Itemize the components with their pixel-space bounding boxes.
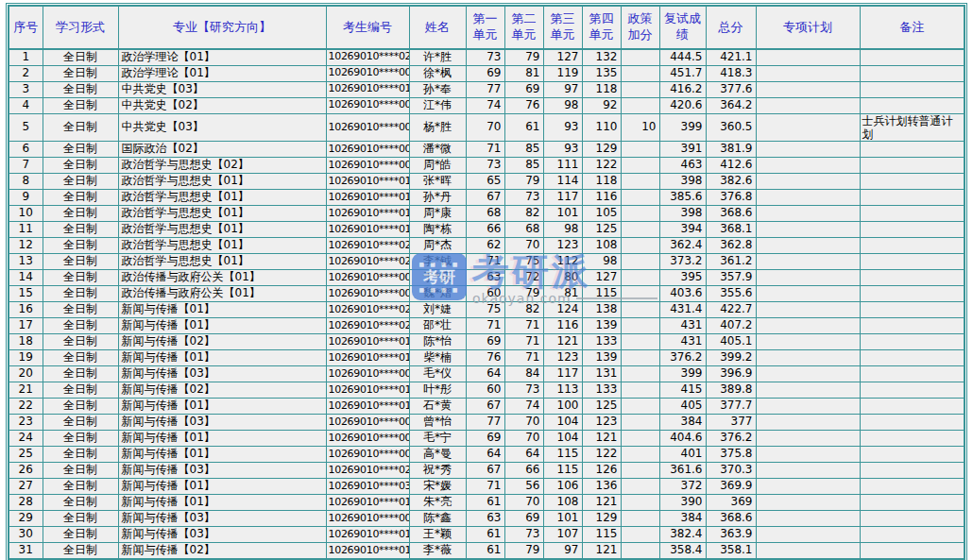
cell-major: 国际政治【02】 bbox=[118, 142, 326, 158]
cell-remark bbox=[860, 527, 964, 543]
cell-name: 周*杰 bbox=[409, 238, 466, 254]
cell-total-score: 364.2 bbox=[706, 97, 756, 113]
cell-study-form: 全日制 bbox=[43, 49, 118, 65]
cell-unit2: 73 bbox=[504, 382, 543, 399]
cell-candidate-no: 10269010****015 bbox=[326, 495, 409, 511]
cell-retest-score: 415 bbox=[659, 382, 706, 399]
cell-policy-bonus bbox=[621, 463, 659, 479]
cell-index: 17 bbox=[9, 318, 43, 334]
cell-unit1: 71 bbox=[466, 318, 504, 334]
cell-unit4: 121 bbox=[582, 431, 621, 447]
cell-retest-score: 394 bbox=[659, 222, 706, 238]
cell-unit2: 71 bbox=[504, 334, 543, 350]
cell-retest-score: 401 bbox=[659, 447, 706, 463]
cell-unit4: 110 bbox=[582, 113, 621, 142]
cell-name: 叶*彤 bbox=[409, 382, 466, 399]
cell-unit2: 85 bbox=[504, 142, 543, 158]
cell-unit2: 82 bbox=[504, 302, 543, 318]
cell-index: 20 bbox=[9, 366, 43, 382]
cell-unit3: 123 bbox=[543, 238, 582, 254]
cell-candidate-no: 10269010****019 bbox=[326, 222, 409, 238]
cell-unit1: 71 bbox=[466, 479, 504, 495]
cell-major: 新闻与传播【03】 bbox=[118, 366, 326, 382]
cell-total-score: 358.1 bbox=[706, 543, 756, 559]
column-header-special-plan: 专项计划 bbox=[756, 6, 860, 49]
cell-remark bbox=[860, 97, 964, 113]
cell-major: 政治哲学与思想史【01】 bbox=[118, 238, 326, 254]
table-row: 5全日制中共党史【03】10269010****002杨*胜7061931101… bbox=[9, 113, 964, 142]
cell-special-plan bbox=[756, 49, 860, 65]
cell-special-plan bbox=[756, 415, 860, 431]
cell-unit3: 100 bbox=[543, 399, 582, 415]
cell-major: 新闻与传播【01】 bbox=[118, 431, 326, 447]
cell-total-score: 396.9 bbox=[706, 366, 756, 382]
cell-unit3: 117 bbox=[543, 190, 582, 206]
cell-unit4: 132 bbox=[582, 49, 621, 65]
cell-special-plan bbox=[756, 366, 860, 382]
cell-unit2: 70 bbox=[504, 238, 543, 254]
cell-candidate-no: 10269010****008 bbox=[326, 65, 409, 81]
cell-index: 3 bbox=[9, 81, 43, 97]
cell-study-form: 全日制 bbox=[43, 142, 118, 158]
cell-unit4: 92 bbox=[582, 97, 621, 113]
cell-study-form: 全日制 bbox=[43, 97, 118, 113]
cell-unit1: 64 bbox=[466, 447, 504, 463]
cell-policy-bonus bbox=[621, 366, 659, 382]
cell-study-form: 全日制 bbox=[43, 174, 118, 190]
table-row: 16全日制新闻与传播【01】10269010****027刘*婕75821241… bbox=[9, 302, 964, 318]
cell-retest-score: 391 bbox=[659, 142, 706, 158]
cell-unit4: 118 bbox=[582, 174, 621, 190]
cell-unit2: 71 bbox=[504, 350, 543, 366]
cell-major: 新闻与传播【02】 bbox=[118, 543, 326, 559]
cell-policy-bonus bbox=[621, 254, 659, 270]
cell-candidate-no: 10269010****013 bbox=[326, 206, 409, 222]
cell-name: 李*薇 bbox=[409, 543, 466, 559]
cell-unit4: 116 bbox=[582, 190, 621, 206]
cell-candidate-no: 10269010****017 bbox=[326, 81, 409, 97]
cell-candidate-no: 10269010****021 bbox=[326, 463, 409, 479]
cell-major: 政治哲学与思想史【01】 bbox=[118, 254, 326, 270]
cell-policy-bonus bbox=[621, 382, 659, 399]
cell-unit3: 117 bbox=[543, 366, 582, 382]
cell-special-plan bbox=[756, 495, 860, 511]
cell-study-form: 全日制 bbox=[43, 286, 118, 302]
cell-unit3: 97 bbox=[543, 543, 582, 559]
column-header-remark: 备注 bbox=[860, 6, 964, 49]
cell-index: 27 bbox=[9, 479, 43, 495]
cell-name: 李*钺 bbox=[409, 254, 466, 270]
cell-remark bbox=[860, 382, 964, 399]
cell-special-plan bbox=[756, 479, 860, 495]
cell-unit2: 68 bbox=[504, 222, 543, 238]
cell-retest-score: 399 bbox=[659, 366, 706, 382]
cell-index: 5 bbox=[9, 113, 43, 142]
table-row: 24全日制新闻与传播【01】10269010****007毛*宁69701041… bbox=[9, 431, 964, 447]
cell-name: 刘*婕 bbox=[409, 302, 466, 318]
cell-total-score: 362.8 bbox=[706, 238, 756, 254]
cell-name: 杨*胜 bbox=[409, 113, 466, 142]
table-row: 29全日制新闻与传播【03】10269010****009陈*鑫63691011… bbox=[9, 511, 964, 527]
cell-name: 张*晖 bbox=[409, 174, 466, 190]
cell-unit2: 71 bbox=[504, 318, 543, 334]
cell-total-score: 370.3 bbox=[706, 463, 756, 479]
cell-index: 24 bbox=[9, 431, 43, 447]
cell-index: 4 bbox=[9, 97, 43, 113]
cell-unit1: 63 bbox=[466, 270, 504, 286]
cell-unit4: 139 bbox=[582, 318, 621, 334]
cell-unit2: 72 bbox=[504, 270, 543, 286]
cell-unit3: 127 bbox=[543, 49, 582, 65]
table-row: 25全日制新闻与传播【01】10269010****004高*曼64641151… bbox=[9, 447, 964, 463]
table-row: 7全日制政治哲学与思想史【02】10269010****001周*皓738511… bbox=[9, 158, 964, 174]
cell-total-score: 368.1 bbox=[706, 222, 756, 238]
cell-remark bbox=[860, 286, 964, 302]
cell-study-form: 全日制 bbox=[43, 399, 118, 415]
cell-total-score: 363.9 bbox=[706, 527, 756, 543]
column-header-unit4: 第四单元 bbox=[582, 6, 621, 49]
cell-name: 祝*秀 bbox=[409, 463, 466, 479]
cell-unit3: 93 bbox=[543, 142, 582, 158]
cell-unit3: 107 bbox=[543, 527, 582, 543]
cell-index: 31 bbox=[9, 543, 43, 559]
cell-study-form: 全日制 bbox=[43, 206, 118, 222]
cell-unit1: 69 bbox=[466, 65, 504, 81]
cell-remark bbox=[860, 174, 964, 190]
cell-unit1: 77 bbox=[466, 81, 504, 97]
